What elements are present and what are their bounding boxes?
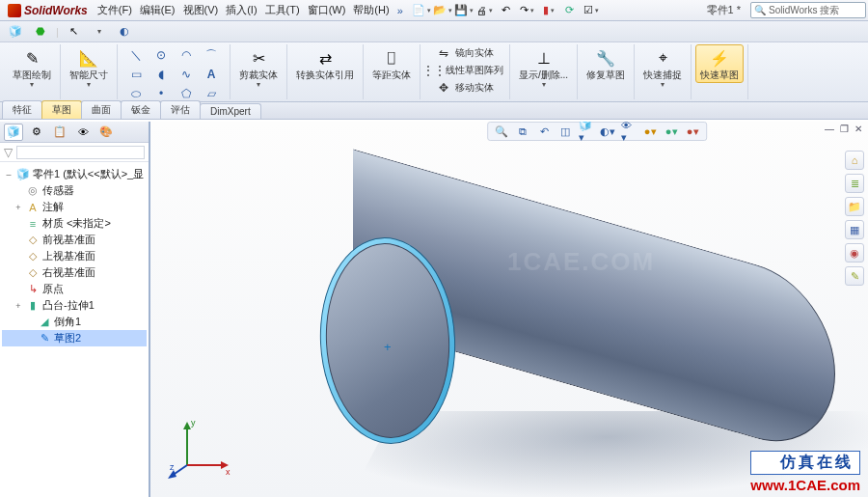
tree-root[interactable]: –🧊零件1 (默认<<默认>_显 (2, 166, 147, 182)
sketch-point-icon[interactable]: + (384, 340, 392, 354)
graphics-view[interactable]: 🔍 ⧉ ↶ ◫ 🧊▾ ◐▾ 👁▾ ●▾ ●▾ ●▾ — ❐ ✕ ⌂ ≣ 📁 ▦ … (150, 122, 868, 497)
minimize-icon[interactable]: — (825, 124, 834, 134)
view-orient-icon[interactable]: 🧊▾ (579, 124, 594, 139)
repair-button[interactable]: 🔧修复草图 (582, 44, 630, 83)
tp-file-explorer-icon[interactable]: 📁 (845, 197, 864, 216)
plane-tool-icon[interactable]: ▱ (201, 85, 222, 102)
prev-view-icon[interactable]: ↶ (536, 124, 552, 139)
zoom-area-icon[interactable]: ⧉ (515, 124, 530, 139)
linear-pattern-button[interactable]: ⋮⋮线性草图阵列 (424, 62, 505, 79)
close-icon[interactable]: ✕ (854, 124, 862, 134)
quick-snap-button[interactable]: ⌖快速捕捉▾ (638, 44, 687, 92)
sb-view-icon[interactable]: 🧊 (6, 23, 25, 41)
fm-tab-decal-icon[interactable]: 🎨 (96, 124, 116, 141)
search-input[interactable]: 🔍 SolidWorks 搜索 (750, 2, 866, 18)
scene-icon[interactable]: ●▾ (664, 124, 679, 139)
pattern-icon: ⋮⋮ (426, 63, 442, 78)
qat-open-button[interactable]: 📂 (434, 2, 451, 19)
convert-icon: ⇄ (313, 47, 337, 69)
section-view-icon[interactable]: ◫ (557, 124, 573, 139)
zoom-fit-icon[interactable]: 🔍 (494, 124, 509, 139)
tp-resources-icon[interactable]: ⌂ (845, 151, 864, 170)
tree-material-label: 材质 <未指定> (42, 216, 111, 231)
sb-green-icon[interactable]: ⬣ (31, 23, 50, 41)
spline-tool-icon[interactable]: ∿ (176, 66, 197, 83)
tree-right-plane[interactable]: ◇右视基准面 (2, 264, 147, 281)
tp-appearances-icon[interactable]: ◉ (845, 243, 864, 262)
slot-tool-icon[interactable]: ◖ (150, 66, 172, 83)
menu-edit[interactable]: 编辑(E) (136, 0, 179, 20)
view-triad[interactable]: y x z (168, 412, 235, 480)
branding: 仿真在线 www.1CAE.com (750, 451, 860, 493)
line-tool-icon[interactable]: ＼ (125, 46, 147, 64)
menu-chevron-icon[interactable]: » (393, 2, 407, 19)
menu-view[interactable]: 视图(V) (179, 0, 223, 20)
tab-evaluate[interactable]: 评估 (160, 100, 201, 119)
rect-tool-icon[interactable]: ▭ (125, 66, 147, 83)
mirror-icon: ⇋ (436, 45, 451, 61)
sketch-icon: ✎ (20, 47, 43, 69)
qat-save-button[interactable]: 💾 (455, 2, 473, 19)
qat-select-button[interactable]: ▮ (540, 2, 557, 19)
tree-annotations[interactable]: +A注解 (2, 199, 147, 215)
qat-redo-button[interactable]: ↷ (519, 2, 536, 19)
mirror-button[interactable]: ⇋镜向实体 (434, 44, 496, 62)
qat-print-button[interactable]: 🖨 (476, 2, 494, 19)
fm-tab-display-icon[interactable]: 👁 (73, 124, 93, 141)
qat-options-button[interactable]: ☑ (583, 2, 600, 19)
filter-icon[interactable]: ▽ (4, 146, 13, 159)
fillet-tool-icon[interactable]: ⌒ (201, 46, 222, 64)
menu-insert[interactable]: 插入(I) (222, 0, 260, 20)
text-tool-icon[interactable]: A (201, 66, 222, 83)
offset-button[interactable]: ⌷等距实体 (367, 44, 416, 83)
circle-tool-icon[interactable]: ⊙ (150, 46, 172, 64)
fm-tab-property-icon[interactable]: 📋 (50, 124, 69, 141)
tree-annotations-label: 注解 (42, 200, 64, 214)
ribbon-group-dim: 📐 智能尺寸 ▾ (61, 44, 118, 99)
tree-origin[interactable]: ↳原点 (2, 281, 147, 297)
appearance-icon[interactable]: ●▾ (642, 124, 658, 139)
sb-globe-icon[interactable]: ◐ (115, 23, 134, 41)
tab-sheetmetal[interactable]: 钣金 (121, 100, 161, 119)
fm-tab-config-icon[interactable]: ⚙ (27, 124, 46, 141)
convert-button[interactable]: ⇄转换实体引用 (291, 44, 359, 83)
tree-fillet[interactable]: ◢倒角1 (2, 314, 147, 330)
restore-icon[interactable]: ❐ (840, 124, 849, 134)
qat-undo-button[interactable]: ↶ (498, 2, 515, 19)
trim-button[interactable]: ✂剪裁实体▾ (234, 44, 283, 92)
display-style-icon[interactable]: ◐▾ (600, 124, 615, 139)
tree-material[interactable]: ≡材质 <未指定> (2, 215, 147, 232)
qat-new-button[interactable]: 📄 (413, 2, 430, 19)
qat-rebuild-button[interactable]: ⟳ (561, 2, 579, 19)
render-icon[interactable]: ●▾ (685, 124, 700, 139)
menu-tools[interactable]: 工具(T) (261, 0, 304, 20)
tab-dimxpert[interactable]: DimXpert (200, 103, 261, 119)
search-icon: 🔍 (754, 5, 766, 15)
smart-dimension-button[interactable]: 📐 智能尺寸 ▾ (65, 44, 113, 92)
arc-tool-icon[interactable]: ◠ (176, 46, 197, 64)
tree-front-plane[interactable]: ◇前视基准面 (2, 232, 147, 248)
tp-view-palette-icon[interactable]: ▦ (845, 220, 864, 239)
display-delete-button[interactable]: ⊥显示/删除...▾ (514, 44, 573, 92)
tab-features[interactable]: 特征 (2, 100, 42, 119)
rapid-icon: ⚡ (708, 47, 731, 69)
tree-sketch2[interactable]: ✎草图2 (2, 330, 147, 346)
rapid-sketch-button[interactable]: ⚡快速草图 (695, 44, 744, 83)
sketch-button[interactable]: ✎ 草图绘制 ▾ (8, 44, 56, 92)
sb-chevron-down-icon[interactable]: ▾ (90, 23, 109, 41)
sb-cursor-icon[interactable]: ↖ (65, 23, 84, 41)
tp-custom-props-icon[interactable]: ✎ (845, 266, 864, 286)
tree-top-plane[interactable]: ◇上视基准面 (2, 248, 147, 264)
hide-show-icon[interactable]: 👁▾ (621, 124, 637, 139)
tree-boss[interactable]: +▮凸台-拉伸1 (2, 297, 147, 314)
tab-sketch[interactable]: 草图 (41, 100, 82, 119)
menu-file[interactable]: 文件(F) (94, 0, 136, 20)
fm-tab-tree-icon[interactable]: 🧊 (4, 124, 23, 141)
tp-design-lib-icon[interactable]: ≣ (845, 174, 864, 193)
filter-input[interactable] (16, 146, 145, 159)
menu-help[interactable]: 帮助(H) (349, 0, 393, 20)
tab-surfaces[interactable]: 曲面 (81, 100, 122, 119)
menu-window[interactable]: 窗口(W) (304, 0, 350, 20)
move-button[interactable]: ✥移动实体 (434, 79, 496, 97)
tree-sensors[interactable]: ◎传感器 (2, 182, 147, 199)
